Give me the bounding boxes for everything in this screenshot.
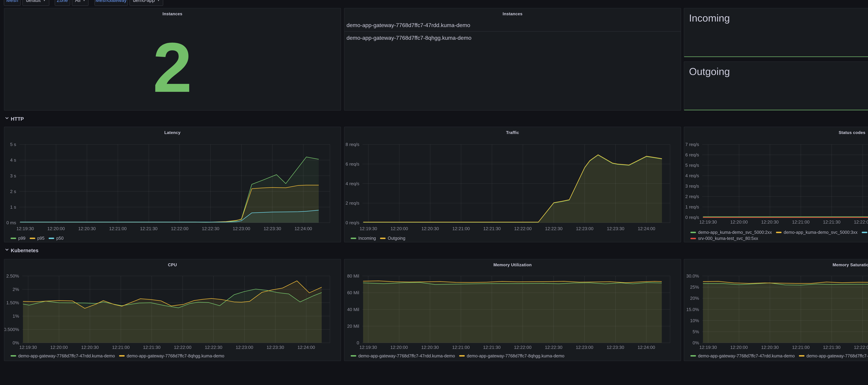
svg-text:12:23:30: 12:23:30 (267, 345, 284, 350)
svg-text:0.500%: 0.500% (4, 327, 19, 332)
svg-text:12:23:00: 12:23:00 (576, 226, 593, 231)
svg-text:60 Mil: 60 Mil (347, 290, 359, 295)
svg-text:4 req/s: 4 req/s (346, 181, 359, 186)
svg-text:12:22:00: 12:22:00 (174, 345, 191, 350)
svg-text:12:22:30: 12:22:30 (205, 345, 222, 350)
svg-text:1 req/s: 1 req/s (685, 204, 699, 210)
svg-text:0 ms: 0 ms (6, 220, 16, 225)
svg-text:12:21:30: 12:21:30 (823, 219, 840, 225)
svg-text:4 req/s: 4 req/s (685, 173, 699, 178)
svg-text:12:21:30: 12:21:30 (140, 226, 157, 231)
svg-text:12:22:00: 12:22:00 (854, 219, 868, 225)
svg-text:12:22:30: 12:22:30 (545, 345, 562, 350)
svg-text:12:19:30: 12:19:30 (359, 345, 377, 350)
svg-text:3 s: 3 s (10, 173, 16, 179)
svg-text:25%: 25% (690, 285, 699, 290)
svg-text:12:23:00: 12:23:00 (232, 226, 250, 231)
svg-text:12:24:00: 12:24:00 (638, 345, 655, 350)
svg-text:12:24:00: 12:24:00 (298, 345, 315, 350)
svg-text:12:20:30: 12:20:30 (421, 226, 439, 231)
svg-text:12:24:00: 12:24:00 (638, 226, 655, 231)
svg-text:12:23:00: 12:23:00 (576, 345, 593, 350)
svg-text:12:21:30: 12:21:30 (483, 226, 501, 231)
svg-text:0 req/s: 0 req/s (685, 215, 699, 220)
svg-text:12:21:00: 12:21:00 (109, 226, 127, 231)
svg-text:12:19:30: 12:19:30 (699, 345, 717, 350)
svg-text:12:23:30: 12:23:30 (607, 226, 624, 231)
svg-text:12:21:00: 12:21:00 (792, 345, 809, 350)
svg-text:2.50%: 2.50% (6, 274, 19, 279)
svg-text:12:22:00: 12:22:00 (514, 226, 532, 231)
svg-text:2%: 2% (12, 287, 19, 292)
svg-text:5 req/s: 5 req/s (685, 163, 699, 168)
svg-text:12:24:00: 12:24:00 (294, 226, 312, 231)
svg-text:1%: 1% (12, 314, 19, 319)
svg-text:8 req/s: 8 req/s (346, 142, 359, 147)
svg-text:1.50%: 1.50% (6, 300, 19, 305)
svg-text:12:20:00: 12:20:00 (390, 345, 408, 350)
svg-text:12:23:00: 12:23:00 (236, 345, 253, 350)
svg-text:12:20:30: 12:20:30 (761, 219, 779, 225)
svg-text:12:19:30: 12:19:30 (360, 226, 377, 231)
svg-text:6 req/s: 6 req/s (346, 161, 359, 167)
svg-text:2 req/s: 2 req/s (685, 194, 699, 199)
svg-text:20%: 20% (690, 296, 699, 301)
svg-text:12:20:00: 12:20:00 (730, 345, 748, 350)
svg-text:12:20:30: 12:20:30 (761, 345, 779, 350)
svg-text:12:21:00: 12:21:00 (112, 345, 129, 350)
svg-text:12:23:30: 12:23:30 (264, 226, 281, 231)
svg-text:6 req/s: 6 req/s (685, 152, 699, 157)
svg-text:12:21:30: 12:21:30 (823, 345, 840, 350)
svg-text:12:20:00: 12:20:00 (47, 226, 65, 231)
svg-text:12:21:00: 12:21:00 (792, 219, 809, 225)
svg-text:12:19:30: 12:19:30 (699, 219, 717, 225)
svg-text:0: 0 (357, 340, 359, 346)
svg-text:12:21:30: 12:21:30 (483, 345, 500, 350)
svg-text:10%: 10% (690, 318, 699, 323)
svg-text:12:21:30: 12:21:30 (143, 345, 160, 350)
svg-text:30.0%: 30.0% (686, 274, 699, 279)
svg-text:1 s: 1 s (10, 204, 16, 210)
svg-text:12:21:00: 12:21:00 (452, 226, 470, 231)
svg-text:12:22:00: 12:22:00 (854, 345, 868, 350)
svg-text:2 s: 2 s (10, 189, 16, 194)
svg-text:12:20:00: 12:20:00 (730, 219, 748, 225)
svg-text:12:22:30: 12:22:30 (202, 226, 219, 231)
svg-text:2 req/s: 2 req/s (346, 200, 359, 206)
svg-text:12:22:00: 12:22:00 (171, 226, 188, 231)
svg-text:15.0%: 15.0% (686, 307, 699, 312)
svg-text:4 s: 4 s (10, 157, 16, 163)
svg-text:12:19:30: 12:19:30 (19, 345, 37, 350)
svg-text:5%: 5% (692, 329, 699, 334)
svg-text:12:20:30: 12:20:30 (81, 345, 99, 350)
svg-text:0%: 0% (692, 340, 699, 346)
svg-text:12:20:00: 12:20:00 (50, 345, 68, 350)
svg-text:0%: 0% (12, 340, 19, 346)
svg-text:20 Mil: 20 Mil (347, 324, 359, 329)
svg-text:40 Mil: 40 Mil (347, 307, 359, 312)
svg-text:7 req/s: 7 req/s (685, 142, 699, 147)
svg-text:12:22:30: 12:22:30 (545, 226, 562, 231)
svg-text:12:22:00: 12:22:00 (514, 345, 531, 350)
svg-text:3 req/s: 3 req/s (685, 184, 699, 189)
svg-text:12:20:30: 12:20:30 (78, 226, 96, 231)
svg-text:0 req/s: 0 req/s (346, 220, 359, 225)
svg-text:5 s: 5 s (10, 142, 16, 147)
svg-text:80 Mil: 80 Mil (347, 274, 359, 279)
svg-text:12:23:30: 12:23:30 (607, 345, 624, 350)
svg-text:12:21:00: 12:21:00 (452, 345, 470, 350)
svg-text:12:19:30: 12:19:30 (16, 226, 34, 231)
svg-text:12:20:00: 12:20:00 (391, 226, 408, 231)
svg-text:12:20:30: 12:20:30 (421, 345, 439, 350)
